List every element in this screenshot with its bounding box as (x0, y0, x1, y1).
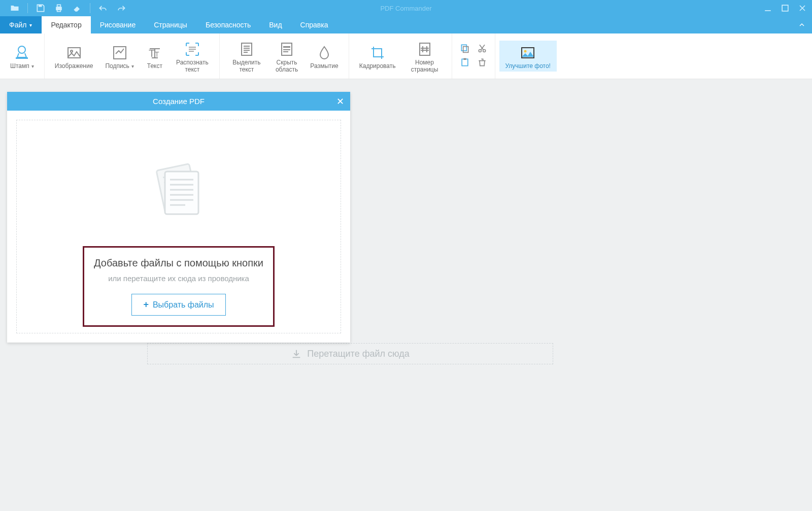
text-icon: TT (147, 44, 163, 62)
open-icon[interactable] (9, 3, 20, 14)
svg-rect-19 (463, 58, 466, 59)
dialog-hint-title: Добавьте файлы с помощью кнопки (94, 257, 263, 269)
collapse-ribbon-icon[interactable] (792, 16, 812, 33)
hide-area-icon (279, 40, 295, 58)
dialog-title-text: Создание PDF (153, 97, 205, 106)
ocr-button[interactable]: Распознать текст (170, 37, 215, 76)
highlight-button[interactable]: Выделить текст (224, 37, 269, 76)
titlebar: PDF Commander (0, 0, 812, 16)
svg-rect-9 (114, 47, 126, 59)
image-button[interactable]: Изображение (49, 41, 99, 72)
cut-small-icon[interactable] (477, 43, 488, 55)
text-label: Текст (147, 63, 162, 70)
dialog-hint-highlight: Добавьте файлы с помощью кнопки или пере… (83, 246, 275, 327)
text-button[interactable]: TT Текст (140, 41, 170, 72)
drop-strip-label: Перетащите файл сюда (307, 349, 409, 359)
svg-rect-2 (57, 5, 61, 7)
svg-rect-4 (782, 5, 788, 11)
svg-rect-3 (57, 10, 61, 12)
svg-rect-17 (463, 46, 468, 52)
svg-point-8 (71, 50, 73, 52)
svg-point-23 (524, 50, 527, 52)
download-icon (291, 348, 302, 359)
save-icon[interactable] (35, 3, 46, 14)
image-icon (66, 44, 82, 62)
blur-button[interactable]: Размытие (304, 41, 344, 72)
app-title: PDF Commander (380, 5, 431, 12)
pagenum-icon (417, 40, 433, 58)
crop-label: Кадрировать (359, 63, 396, 70)
documents-placeholder-icon (146, 157, 212, 225)
blur-label: Размытие (310, 63, 338, 70)
tab-help[interactable]: Справка (291, 16, 337, 33)
delete-small-icon[interactable] (477, 57, 488, 70)
svg-rect-15 (420, 43, 430, 55)
print-icon[interactable] (53, 3, 64, 14)
crop-button[interactable]: Кадрировать (353, 41, 402, 72)
redo-icon[interactable] (116, 3, 127, 14)
tab-pages[interactable]: Страницы (145, 16, 196, 33)
dialog-hint-sub: или перетащите их сюда из проводника (108, 274, 249, 283)
tab-drawing[interactable]: Рисование (91, 16, 145, 33)
enhance-photo-button[interactable]: Улучшите фото! (499, 41, 557, 72)
svg-text:T: T (149, 48, 155, 59)
hide-label: Скрыть область (276, 59, 298, 74)
highlight-icon (239, 40, 255, 58)
svg-rect-6 (16, 57, 28, 59)
svg-rect-14 (283, 46, 290, 48)
tab-security[interactable]: Безопасность (196, 16, 260, 33)
svg-point-5 (18, 46, 25, 53)
svg-rect-0 (39, 5, 42, 7)
eraser-icon[interactable] (72, 3, 83, 14)
drop-file-strip[interactable]: Перетащите файл сюда (147, 343, 553, 364)
crop-icon (369, 44, 386, 62)
main-tabs: Файл▾ Редактор Рисование Страницы Безопа… (0, 16, 812, 33)
hide-area-button[interactable]: Скрыть область (269, 37, 304, 76)
pagenum-button[interactable]: Номер страницы (402, 37, 448, 76)
dialog-close-icon[interactable]: ✕ (336, 96, 344, 107)
tab-view[interactable]: Вид (260, 16, 291, 33)
dialog-titlebar: Создание PDF ✕ (7, 92, 350, 111)
svg-rect-18 (462, 59, 468, 65)
svg-rect-26 (165, 172, 198, 214)
tab-file[interactable]: Файл▾ (0, 16, 42, 33)
window-close-icon[interactable] (797, 3, 808, 14)
choose-files-button[interactable]: + Выбрать файлы (131, 294, 225, 316)
dialog-drop-area[interactable]: Добавьте файлы с помощью кнопки или пере… (16, 120, 341, 333)
plus-icon: + (143, 299, 149, 310)
signature-button[interactable]: Подпись▾ (99, 41, 140, 72)
stamp-icon (14, 44, 30, 62)
ocr-label: Распознать текст (176, 59, 209, 74)
ribbon: Штамп▾ Изображение Подпись▾ TT Текст Ра (0, 33, 812, 79)
svg-rect-16 (461, 45, 466, 51)
ocr-icon (184, 40, 200, 58)
highlight-label: Выделить текст (232, 59, 260, 74)
tab-editor[interactable]: Редактор (42, 16, 90, 33)
stamp-button[interactable]: Штамп▾ (4, 41, 40, 72)
minimize-icon[interactable] (762, 3, 773, 14)
signature-label: Подпись (105, 62, 129, 70)
pagenum-label: Номер страницы (411, 59, 438, 74)
maximize-icon[interactable] (780, 3, 791, 14)
blur-icon (316, 44, 332, 62)
create-pdf-dialog: Создание PDF ✕ Добавьте файлы с помощью … (7, 92, 350, 343)
choose-files-label: Выбрать файлы (153, 300, 214, 310)
enhance-photo-icon (520, 44, 536, 62)
svg-text:T: T (155, 50, 159, 58)
undo-icon[interactable] (97, 3, 109, 14)
image-label: Изображение (55, 63, 93, 70)
paste-small-icon[interactable] (459, 57, 470, 70)
enhance-label: Улучшите фото! (505, 63, 551, 70)
svg-rect-12 (242, 43, 252, 55)
signature-icon (112, 44, 128, 62)
stamp-label: Штамп (10, 62, 29, 70)
copy-small-icon[interactable] (459, 43, 470, 55)
